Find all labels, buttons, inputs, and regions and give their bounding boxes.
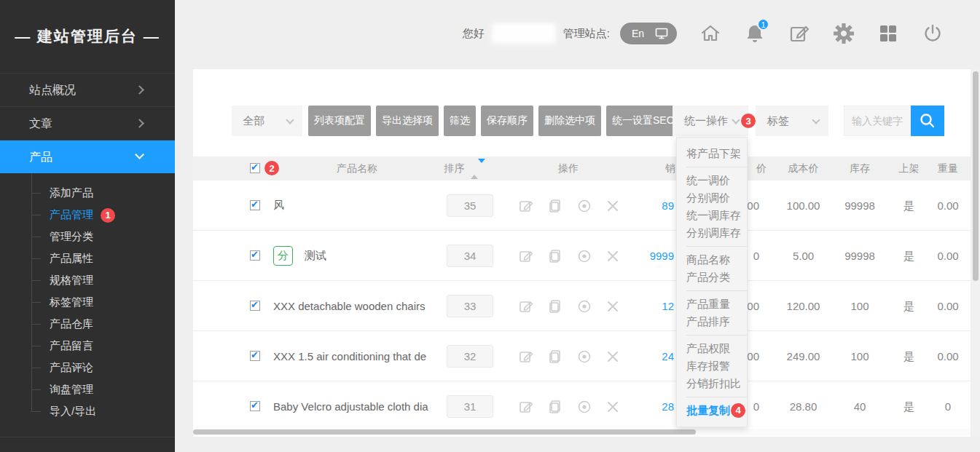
sidebar-subitem-7[interactable]: 产品留言 bbox=[0, 335, 175, 357]
copy-icon[interactable] bbox=[547, 198, 563, 214]
table-row: XXX 1.5 air conditioning that de 32 24 0… bbox=[193, 331, 971, 381]
language-site-switcher[interactable]: En bbox=[620, 23, 677, 44]
menu-item-batch-copy[interactable]: 批量复制4 bbox=[677, 402, 747, 419]
row-checkbox[interactable] bbox=[250, 351, 260, 361]
sidebar-subitem-1[interactable]: 产品管理1 bbox=[0, 204, 175, 226]
toolbar-button-2[interactable]: 筛选 bbox=[444, 106, 476, 136]
product-name-text: 风 bbox=[273, 199, 284, 213]
edit-icon[interactable] bbox=[518, 198, 534, 214]
view-icon[interactable] bbox=[576, 248, 592, 264]
sidebar-subitem-10[interactable]: 导入/导出 bbox=[0, 400, 175, 422]
menu-item[interactable]: 将产品下架 bbox=[677, 145, 747, 162]
greeting-text: 您好 bbox=[463, 27, 485, 41]
toolbar-buttons: 列表项配置导出选择项筛选保存顺序删除选中项统一设置SEO bbox=[308, 106, 681, 136]
column-header-sort[interactable]: 排序 bbox=[436, 156, 494, 181]
batch-operation-dropdown[interactable]: 统一操作 bbox=[673, 106, 748, 136]
sales-link[interactable]: 28 bbox=[597, 381, 674, 432]
language-label: En bbox=[632, 28, 644, 39]
sidebar-subitem-2[interactable]: 管理分类 bbox=[0, 226, 175, 247]
sidebar-item-1[interactable]: 文章 bbox=[0, 106, 175, 140]
copy-icon[interactable] bbox=[547, 399, 563, 415]
select-all-checkbox[interactable] bbox=[250, 163, 260, 173]
menu-item[interactable]: 分别调价 bbox=[677, 189, 747, 207]
menu-item[interactable]: 统一调价 bbox=[677, 172, 747, 189]
menu-item[interactable]: 产品重量 bbox=[677, 296, 747, 313]
toolbar-button-3[interactable]: 保存顺序 bbox=[481, 106, 533, 136]
compose-button[interactable] bbox=[788, 23, 810, 44]
menu-item[interactable]: 库存报警 bbox=[677, 357, 747, 375]
sort-order-input[interactable]: 35 bbox=[447, 194, 493, 217]
row-checkbox[interactable] bbox=[250, 301, 260, 311]
manage-site-label: 管理站点: bbox=[563, 27, 610, 41]
horizontal-scrollbar-thumb[interactable] bbox=[193, 429, 696, 435]
sidebar-subitem-3[interactable]: 产品属性 bbox=[0, 247, 175, 269]
view-icon[interactable] bbox=[576, 198, 592, 214]
sidebar-subitem-6[interactable]: 产品仓库 bbox=[0, 313, 175, 335]
column-header-actions: 操作 bbox=[532, 156, 605, 181]
sidebar-subitem-9[interactable]: 询盘管理 bbox=[0, 378, 175, 400]
apps-button[interactable] bbox=[877, 23, 899, 44]
menu-item[interactable]: 产品排序 bbox=[677, 313, 747, 330]
row-checkbox[interactable] bbox=[250, 250, 260, 261]
sidebar-subitem-5[interactable]: 标签管理 bbox=[0, 291, 175, 313]
weight-value: 0.00 bbox=[929, 331, 967, 381]
cost-value: 249.00 bbox=[769, 331, 838, 381]
sales-link[interactable]: 9999 bbox=[597, 231, 674, 281]
menu-item[interactable]: 商品名称 bbox=[677, 251, 747, 269]
sidebar-subitem-8[interactable]: 产品评论 bbox=[0, 357, 175, 378]
toolbar-button-5[interactable]: 统一设置SEO bbox=[606, 106, 681, 136]
edit-icon[interactable] bbox=[518, 399, 534, 415]
table-body: 风 35 89 00 100.00 99998 是 0.00 分测试 34 bbox=[193, 181, 971, 432]
copy-icon[interactable] bbox=[547, 298, 563, 314]
vertical-scrollbar[interactable] bbox=[971, 69, 980, 437]
sidebar-subitem-0[interactable]: 添加产品 bbox=[0, 182, 175, 204]
toolbar-button-1[interactable]: 导出选择项 bbox=[376, 106, 439, 136]
sidebar: — 建站管理后台 — 站点概况文章产品 添加产品产品管理1管理分类产品属性规格管… bbox=[0, 0, 175, 452]
vertical-scrollbar-thumb[interactable] bbox=[973, 71, 979, 281]
view-icon[interactable] bbox=[576, 399, 592, 415]
edit-icon[interactable] bbox=[518, 298, 534, 314]
menu-item[interactable]: 产品权限 bbox=[677, 340, 747, 357]
menu-item[interactable]: 产品分类 bbox=[677, 269, 747, 286]
copy-icon[interactable] bbox=[547, 248, 563, 264]
listed-value: 是 bbox=[889, 231, 929, 281]
sort-order-input[interactable]: 34 bbox=[447, 245, 493, 267]
view-icon[interactable] bbox=[576, 349, 592, 365]
power-icon bbox=[922, 23, 944, 44]
menu-item[interactable]: 统一调库存 bbox=[677, 207, 747, 224]
search-button[interactable] bbox=[911, 106, 944, 136]
sales-link[interactable]: 12 bbox=[597, 281, 674, 331]
sort-order-input[interactable]: 32 bbox=[447, 345, 493, 368]
menu-item[interactable]: 分销折扣比 bbox=[677, 375, 747, 392]
toolbar-button-4[interactable]: 删除选中项 bbox=[538, 106, 601, 136]
menu-divider bbox=[686, 246, 747, 247]
category-filter-select[interactable]: 全部 bbox=[232, 106, 302, 136]
sidebar-item-2[interactable]: 产品 bbox=[0, 140, 175, 173]
toolbar-button-0[interactable]: 列表项配置 bbox=[308, 106, 371, 136]
search-input[interactable] bbox=[844, 106, 911, 136]
settings-button[interactable] bbox=[833, 23, 855, 44]
stock-value: 100 bbox=[838, 331, 882, 381]
table-row: XXX detachable wooden chairs 33 12 00 12… bbox=[193, 281, 971, 331]
notifications-button[interactable]: 1 bbox=[744, 23, 766, 44]
sales-link[interactable]: 89 bbox=[597, 181, 674, 231]
menu-item[interactable]: 分别调库存 bbox=[677, 224, 747, 242]
view-icon[interactable] bbox=[576, 298, 592, 314]
table-row: Baby Velcro adjustable cloth dia 31 28 0… bbox=[193, 381, 971, 432]
product-name: 风 bbox=[273, 181, 442, 231]
sales-link[interactable]: 24 bbox=[597, 331, 674, 381]
sidebar-item-0[interactable]: 站点概况 bbox=[0, 73, 175, 106]
tag-filter-dropdown[interactable]: 标签 bbox=[756, 106, 828, 136]
logout-button[interactable] bbox=[922, 23, 944, 44]
edit-icon[interactable] bbox=[518, 349, 534, 365]
sort-order-input[interactable]: 31 bbox=[447, 395, 493, 418]
sidebar-subitem-4[interactable]: 规格管理 bbox=[0, 269, 175, 291]
edit-icon[interactable] bbox=[518, 248, 534, 264]
home-button[interactable] bbox=[699, 23, 721, 44]
row-checkbox[interactable] bbox=[250, 200, 260, 210]
row-checkbox[interactable] bbox=[250, 401, 260, 411]
chevron-down-icon bbox=[135, 150, 144, 159]
sort-order-input[interactable]: 33 bbox=[447, 295, 493, 317]
horizontal-scrollbar[interactable] bbox=[193, 429, 971, 435]
copy-icon[interactable] bbox=[547, 349, 563, 365]
